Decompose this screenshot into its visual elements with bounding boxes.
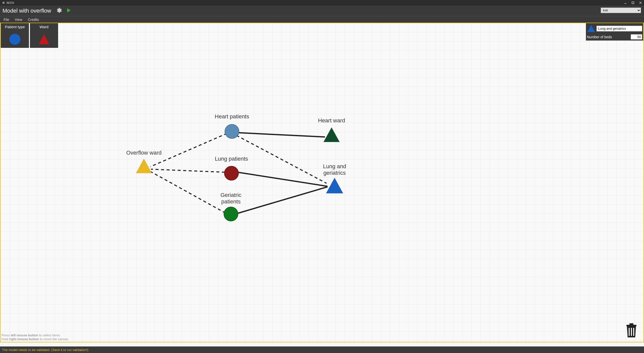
svg-rect-2 [632, 2, 634, 4]
trash-button[interactable] [624, 323, 638, 339]
edge-heart-to-heartward[interactable] [238, 133, 325, 137]
selected-ward-icon [587, 24, 594, 33]
hint-line-1: Press left mouse button to select items [2, 333, 68, 337]
svg-rect-14 [626, 325, 636, 326]
svg-point-8 [225, 124, 239, 138]
menu-view[interactable]: View [15, 18, 22, 22]
label-lg-ward-2: geriatrics [323, 170, 346, 176]
window-maximize-button[interactable] [631, 1, 634, 4]
app-logo-icon [2, 1, 5, 4]
edge-heart-to-lgward-dashed[interactable] [236, 135, 327, 183]
node-lung-geriatrics-ward[interactable]: Lung and geriatrics [323, 163, 346, 193]
label-lung-patients: Lung patients [215, 156, 248, 162]
menu-file[interactable]: File [4, 18, 9, 22]
svg-point-0 [3, 2, 5, 4]
svg-marker-7 [587, 25, 594, 32]
circle-icon [9, 33, 21, 46]
selected-name-input[interactable] [596, 26, 642, 31]
palette-label-ward: Ward [39, 25, 48, 29]
status-text: The model needs to be validated. (Save i… [2, 348, 88, 352]
label-lg-ward-1: Lung and [323, 163, 346, 169]
edge-lung-to-overflow[interactable] [151, 169, 225, 172]
triangle-icon [38, 33, 50, 46]
node-geriatric-patients[interactable]: Geriatric patients [220, 192, 241, 221]
svg-marker-12 [326, 178, 343, 193]
menu-credits[interactable]: Credits [28, 18, 39, 22]
canvas[interactable]: Patient type Ward Number of beds [0, 23, 644, 342]
svg-marker-11 [324, 127, 340, 142]
beds-label: Number of beds [587, 35, 612, 39]
mode-select[interactable]: Edit [601, 8, 641, 13]
model-title: Model with overflow [3, 8, 51, 14]
palette: Patient type Ward [1, 23, 58, 48]
label-geriatric-patients-1: Geriatric [220, 192, 241, 198]
svg-marker-13 [136, 159, 152, 173]
window-minimize-button[interactable] [624, 1, 627, 4]
edge-geriatric-to-lgward[interactable] [237, 187, 328, 214]
svg-point-9 [224, 166, 238, 180]
label-heart-ward: Heart ward [318, 117, 345, 124]
svg-marker-6 [39, 34, 49, 44]
palette-ward[interactable]: Ward [30, 23, 58, 48]
edge-geriatric-to-overflow[interactable] [150, 171, 225, 213]
app-toolbar: Model with overflow Edit [0, 6, 644, 16]
edge-lung-to-lgward[interactable] [237, 172, 328, 186]
palette-patient-type[interactable]: Patient type [1, 23, 29, 48]
diagram-svg: Heart patients Lung patients Geriatric p… [1, 23, 644, 343]
node-heart-patients[interactable]: Heart patients [215, 113, 249, 138]
label-geriatric-patients-2: patients [221, 198, 240, 205]
hint-area: Press left mouse button to select items … [2, 333, 68, 341]
svg-rect-17 [631, 328, 632, 336]
run-button[interactable] [66, 7, 72, 14]
hint-line-2: Hold right mouse button to move the canv… [2, 337, 68, 341]
property-panel: Number of beds [586, 23, 643, 41]
node-lung-patients[interactable]: Lung patients [215, 156, 248, 180]
label-overflow-ward: Overflow ward [126, 150, 162, 156]
label-heart-patients: Heart patients [215, 113, 249, 120]
status-bar: The model needs to be validated. (Save i… [0, 346, 644, 353]
svg-point-5 [9, 34, 20, 45]
app-menubar: File View Credits [0, 16, 644, 23]
svg-point-10 [224, 207, 238, 221]
svg-rect-15 [629, 323, 633, 325]
node-heart-ward[interactable]: Heart ward [318, 117, 345, 142]
svg-rect-16 [629, 328, 630, 336]
window-close-button[interactable] [639, 1, 642, 4]
settings-button[interactable] [56, 7, 62, 14]
svg-rect-18 [633, 328, 634, 336]
beds-input[interactable] [631, 34, 642, 40]
os-titlebar: BEDS [0, 0, 644, 6]
os-app-name: BEDS [7, 1, 14, 4]
palette-label-patient: Patient type [5, 25, 25, 29]
